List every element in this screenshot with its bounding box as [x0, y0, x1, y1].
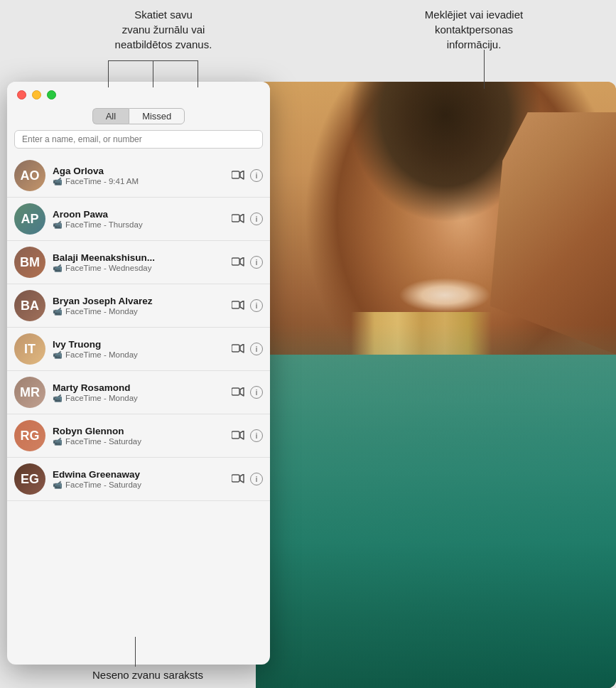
- video-call-icon: [232, 474, 244, 483]
- svg-rect-8: [232, 345, 239, 352]
- video-call-button[interactable]: [232, 473, 244, 485]
- annotation-line-down-left: [108, 60, 109, 87]
- video-call-button[interactable]: [232, 387, 244, 399]
- svg-rect-6: [232, 301, 239, 308]
- contact-detail: 📹 FaceTime - Wednesday: [53, 264, 225, 273]
- svg-rect-0: [232, 171, 239, 178]
- info-button[interactable]: i: [250, 169, 263, 182]
- info-button[interactable]: i: [250, 386, 263, 399]
- svg-rect-10: [232, 388, 239, 395]
- contact-info: Bryan Joseph Alvarez 📹 FaceTime - Monday: [53, 296, 225, 316]
- contact-time: FaceTime - Saturday: [65, 437, 141, 446]
- info-button[interactable]: i: [250, 343, 263, 355]
- info-button[interactable]: i: [250, 473, 263, 485]
- search-input[interactable]: [14, 130, 263, 149]
- video-call-icon: [232, 214, 244, 223]
- avatar: RG: [14, 420, 45, 451]
- tabs-container: All Missed: [7, 105, 270, 130]
- svg-rect-14: [232, 475, 239, 482]
- contact-time: FaceTime - Monday: [65, 307, 138, 316]
- minimize-button[interactable]: [32, 90, 41, 100]
- avatar: BM: [14, 247, 45, 278]
- annotation-line-horiz-left: [108, 60, 153, 61]
- annotation-line-center: [153, 60, 153, 87]
- facetime-icon: 📹: [53, 480, 63, 490]
- contact-name: Bryan Joseph Alvarez: [53, 296, 225, 306]
- facetime-icon: 📹: [53, 264, 63, 273]
- video-call-button[interactable]: [232, 430, 244, 442]
- contact-name: Robyn Glennon: [53, 426, 225, 436]
- facetime-icon: 📹: [53, 350, 63, 360]
- contact-detail: 📹 FaceTime - Thursday: [53, 220, 225, 230]
- contact-detail: 📹 FaceTime - Monday: [53, 307, 225, 316]
- contact-name: Aga Orlova: [53, 166, 225, 176]
- info-button[interactable]: i: [250, 256, 263, 269]
- contact-item[interactable]: MR Marty Rosamond 📹 FaceTime - Monday i: [7, 371, 270, 414]
- contact-time: FaceTime - Saturday: [65, 480, 141, 489]
- video-call-icon: [232, 431, 244, 440]
- svg-marker-13: [240, 431, 244, 439]
- annotation-top-right: Meklējiet vai ievadiet kontaktpersonas i…: [403, 7, 545, 52]
- svg-marker-9: [240, 344, 244, 353]
- contact-actions: i: [232, 256, 263, 269]
- photo-background: [256, 82, 616, 688]
- contact-item[interactable]: AP Aroon Pawa 📹 FaceTime - Thursday i: [7, 198, 270, 241]
- tab-missed[interactable]: Missed: [129, 108, 185, 124]
- facetime-icon: 📹: [53, 437, 63, 446]
- avatar: EG: [14, 463, 45, 495]
- facetime-icon: 📹: [53, 220, 63, 230]
- contact-time: FaceTime - Thursday: [65, 220, 143, 229]
- avatar: MR: [14, 377, 45, 408]
- contact-detail: 📹 FaceTime - Monday: [53, 394, 225, 403]
- contact-info: Aga Orlova 📹 FaceTime - 9:41 AM: [53, 166, 225, 186]
- annotation-line-horiz-right: [153, 60, 198, 61]
- contact-item[interactable]: AO Aga Orlova 📹 FaceTime - 9:41 AM i: [7, 154, 270, 198]
- video-call-button[interactable]: [232, 257, 244, 269]
- contact-actions: i: [232, 473, 263, 485]
- contact-name: Edwina Greenaway: [53, 469, 225, 480]
- avatar: IT: [14, 333, 45, 365]
- info-button[interactable]: i: [250, 429, 263, 442]
- svg-marker-11: [240, 387, 244, 396]
- video-call-icon: [232, 344, 244, 353]
- annotation-bottom: Neseno zvanu saraksts: [92, 669, 203, 681]
- annotation-top-left: Skatiet savu zvanu žurnālu vai neatbildē…: [92, 7, 234, 52]
- contact-name: Aroon Pawa: [53, 209, 225, 220]
- close-button[interactable]: [17, 90, 26, 100]
- video-call-button[interactable]: [232, 343, 244, 355]
- contact-name: Balaji Meenakshisun...: [53, 252, 225, 263]
- contact-item[interactable]: BM Balaji Meenakshisun... 📹 FaceTime - W…: [7, 241, 270, 284]
- video-call-icon: [232, 387, 244, 397]
- contact-name: Marty Rosamond: [53, 382, 225, 393]
- video-call-icon: [232, 301, 244, 310]
- contact-info: Marty Rosamond 📹 FaceTime - Monday: [53, 382, 225, 403]
- svg-rect-4: [232, 258, 239, 265]
- annotation-line-down-right: [198, 60, 198, 87]
- contact-info: Edwina Greenaway 📹 FaceTime - Saturday: [53, 469, 225, 490]
- contact-item[interactable]: BA Bryan Joseph Alvarez 📹 FaceTime - Mon…: [7, 284, 270, 328]
- contact-detail: 📹 FaceTime - 9:41 AM: [53, 177, 225, 186]
- video-call-icon: [232, 171, 244, 180]
- contact-time: FaceTime - 9:41 AM: [65, 177, 139, 186]
- video-call-button[interactable]: [232, 300, 244, 312]
- contact-info: Balaji Meenakshisun... 📹 FaceTime - Wedn…: [53, 252, 225, 273]
- maximize-button[interactable]: [47, 90, 56, 100]
- svg-rect-2: [232, 215, 239, 222]
- video-call-button[interactable]: [232, 213, 244, 225]
- contact-actions: i: [232, 299, 263, 312]
- contact-detail: 📹 FaceTime - Saturday: [53, 480, 225, 490]
- info-button[interactable]: i: [250, 299, 263, 312]
- avatar: AP: [14, 203, 45, 235]
- contact-actions: i: [232, 386, 263, 399]
- tab-all[interactable]: All: [92, 108, 129, 124]
- info-button[interactable]: i: [250, 213, 263, 225]
- contact-item[interactable]: EG Edwina Greenaway 📹 FaceTime - Saturda…: [7, 458, 270, 501]
- contact-item[interactable]: IT Ivy Truong 📹 FaceTime - Monday i: [7, 328, 270, 371]
- contact-time: FaceTime - Monday: [65, 394, 138, 402]
- svg-rect-12: [232, 431, 239, 439]
- video-call-button[interactable]: [232, 170, 244, 182]
- contact-item[interactable]: RG Robyn Glennon 📹 FaceTime - Saturday i: [7, 414, 270, 458]
- svg-marker-15: [240, 474, 244, 483]
- contact-info: Aroon Pawa 📹 FaceTime - Thursday: [53, 209, 225, 230]
- person-photo: [256, 82, 616, 688]
